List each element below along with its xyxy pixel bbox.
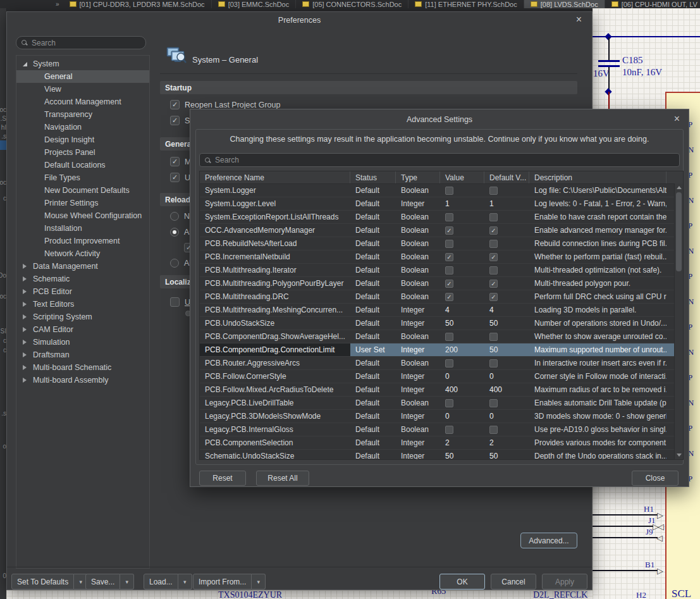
sidebar-item[interactable]: System <box>16 58 149 70</box>
tree-expand-icon[interactable] <box>23 302 27 307</box>
tree-expand-icon[interactable] <box>23 352 27 357</box>
document-tab[interactable]: [05] CONNECTORS.SchDoc <box>296 0 408 8</box>
tab-overflow-icon[interactable]: » <box>0 1 63 8</box>
table-row[interactable]: PCB.Multithreading.PolygonPourByLayer De… <box>200 277 683 290</box>
table-row[interactable]: System.Logger.Level Default Integer 1 1 … <box>200 197 683 211</box>
scrollbar-thumb[interactable] <box>676 192 682 271</box>
table-row[interactable]: PCB.Router.AggressiveArcs Default Boolea… <box>200 357 683 370</box>
table-row[interactable]: PCB.ComponentDrag.ShowAverageHel... Defa… <box>200 330 683 343</box>
table-row[interactable]: PCB.RebuildNetsAfterLoad Default Boolean… <box>200 237 683 250</box>
load-button[interactable]: Load... <box>144 574 178 590</box>
import-from-button[interactable]: Import From... <box>193 574 252 590</box>
tree-expand-icon[interactable] <box>23 327 27 332</box>
table-row[interactable]: Legacy.PCB.3DModelsShowMode Default Inte… <box>200 410 683 423</box>
col-default-value[interactable]: Default V... <box>484 171 529 183</box>
table-row[interactable]: System.Logger Default Boolean Log file: … <box>200 184 683 197</box>
document-tab[interactable]: [06] CPU-HDMI OUT, LV <box>605 0 700 8</box>
save-button[interactable]: Save... <box>85 574 120 590</box>
advanced-button[interactable]: Advanced... <box>520 533 577 548</box>
sidebar-item[interactable]: Design Insight <box>16 133 149 146</box>
sidebar-item[interactable]: Simulation <box>16 336 149 349</box>
sidebar-item[interactable]: Navigation <box>16 121 149 133</box>
sidebar-item[interactable]: CAM Editor <box>16 323 149 336</box>
col-description[interactable]: Description <box>529 171 666 183</box>
sidebar-item[interactable]: Account Management <box>16 96 149 108</box>
sidebar-item[interactable]: Product Improvement <box>16 235 149 247</box>
tree-expand-icon[interactable] <box>23 289 27 294</box>
sidebar-item[interactable]: Scripting System <box>16 311 149 323</box>
sidebar-item[interactable]: Multi-board Schematic <box>16 361 149 374</box>
tree-expand-icon[interactable] <box>23 378 27 383</box>
value-checkbox[interactable] <box>445 280 453 288</box>
import-from-dropdown[interactable]: ▾ <box>252 574 266 590</box>
table-row[interactable]: PCB.ComponentDrag.ConnectionLimit User S… <box>200 343 683 357</box>
option-reopen-last-project-group[interactable]: ✓Reopen Last Project Group <box>170 100 280 109</box>
value-checkbox[interactable] <box>445 399 453 407</box>
sidebar-item[interactable]: Schematic <box>16 273 149 285</box>
document-tab[interactable]: [11] ETHERNET PHY.SchDoc <box>408 0 524 8</box>
value-checkbox[interactable] <box>445 240 453 248</box>
table-row[interactable]: PCB.IncrementalNetbuild Default Boolean … <box>200 250 683 264</box>
set-to-defaults-button[interactable]: Set To Defaults <box>11 574 74 590</box>
checkbox-checked[interactable]: ✓ <box>170 116 180 125</box>
document-tab[interactable]: [03] EMMC.SchDoc <box>212 0 297 8</box>
table-row[interactable]: PCB.UndoStackSize Default Integer 50 50 … <box>200 317 683 330</box>
reset-button[interactable]: Reset <box>199 471 246 486</box>
sidebar-item[interactable]: Printer Settings <box>16 197 149 209</box>
table-row[interactable]: PCB.ComponentSelection Default Integer 2… <box>200 436 683 450</box>
value-checkbox[interactable] <box>445 266 453 275</box>
tree-expand-icon[interactable] <box>23 340 27 345</box>
sidebar-item[interactable]: Multi-board Assembly <box>16 374 149 386</box>
col-type[interactable]: Type <box>396 171 440 183</box>
tree-expand-icon[interactable] <box>23 264 27 269</box>
sidebar-item[interactable]: Network Activity <box>16 247 149 260</box>
value-checkbox[interactable] <box>445 187 453 195</box>
preferences-search-input[interactable]: Search <box>16 36 146 49</box>
sidebar-item[interactable]: PCB Editor <box>16 285 149 298</box>
ok-button[interactable]: OK <box>439 574 485 590</box>
scroll-up-icon[interactable] <box>677 186 682 189</box>
sidebar-item[interactable]: Installation <box>16 222 149 235</box>
document-tab[interactable]: [08] LVDS.SchDoc <box>524 0 605 8</box>
table-row[interactable]: System.ExceptionReport.ListAllThreads De… <box>200 211 683 224</box>
radio-selected[interactable] <box>170 228 179 237</box>
checkbox-checked[interactable]: ✓ <box>170 157 180 166</box>
document-tab[interactable]: [01] CPU-DDR3, LPDDR3 MEM.SchDoc <box>63 0 212 8</box>
checkbox-checked[interactable]: ✓ <box>170 173 180 182</box>
sidebar-item[interactable]: Transparency <box>16 108 149 121</box>
sidebar-item[interactable]: File Types <box>16 171 149 184</box>
sheet-entry-scl[interactable]: SCL <box>672 588 691 599</box>
save-dropdown[interactable]: ▾ <box>120 574 134 590</box>
value-checkbox[interactable] <box>445 359 453 367</box>
sidebar-item[interactable]: General <box>16 70 149 83</box>
table-row[interactable]: Legacy.PCB.LiveDrillTable Default Boolea… <box>200 397 683 410</box>
sidebar-item[interactable]: Data Management <box>16 260 149 273</box>
vertical-scrollbar[interactable] <box>674 183 683 459</box>
table-row[interactable]: PCB.Multithreading.Iterator Default Bool… <box>200 264 683 277</box>
tree-expand-icon[interactable] <box>23 276 27 281</box>
table-row[interactable]: PCB.Follow.CornerStyle Default Integer 0… <box>200 370 683 383</box>
scroll-down-icon[interactable] <box>677 454 682 457</box>
value-checkbox[interactable] <box>445 253 453 261</box>
close-icon[interactable]: × <box>576 15 582 25</box>
checkbox-unchecked[interactable] <box>170 297 180 307</box>
tree-expand-icon[interactable] <box>23 314 27 319</box>
value-checkbox[interactable] <box>445 213 453 221</box>
value-checkbox[interactable] <box>445 293 453 301</box>
col-preference-name[interactable]: Preference Name <box>200 171 350 183</box>
table-row[interactable]: PCB.Multithreading.MeshingConcurren... D… <box>200 304 683 317</box>
col-value[interactable]: Value <box>440 171 484 183</box>
value-checkbox[interactable] <box>445 426 453 434</box>
checkbox-checked[interactable]: ✓ <box>170 100 180 109</box>
reset-all-button[interactable]: Reset All <box>256 471 309 486</box>
sidebar-item[interactable]: Mouse Wheel Configuration <box>16 209 149 222</box>
advanced-search-input[interactable]: Search <box>199 153 680 167</box>
col-status[interactable]: Status <box>350 171 396 183</box>
tree-expand-icon[interactable] <box>23 62 27 66</box>
sidebar-item[interactable]: Text Editors <box>16 298 149 311</box>
cancel-button[interactable]: Cancel <box>491 574 536 590</box>
sidebar-item[interactable]: Draftsman <box>16 349 149 361</box>
tree-expand-icon[interactable] <box>23 365 27 370</box>
radio-unselected[interactable] <box>170 259 179 268</box>
close-button[interactable]: Close <box>632 471 679 486</box>
